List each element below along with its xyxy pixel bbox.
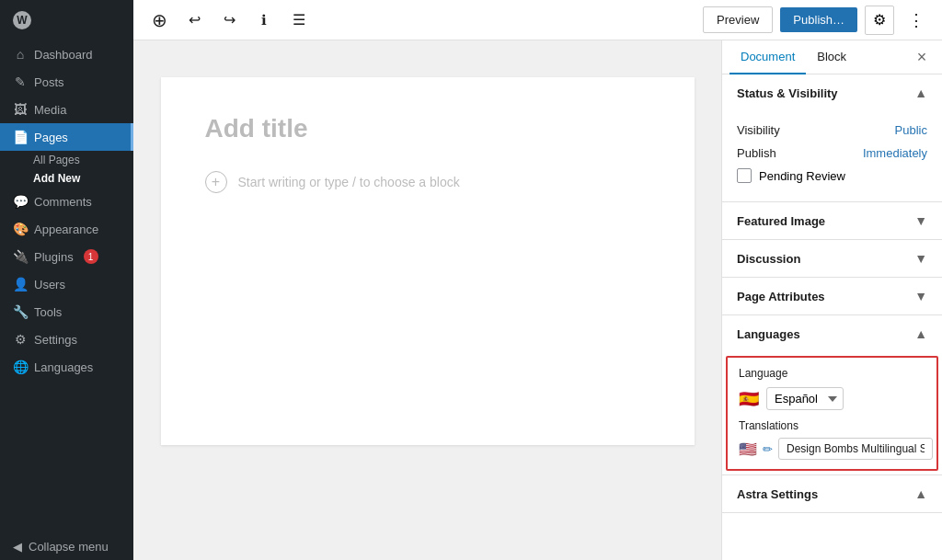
sidebar-item-label: Media xyxy=(34,103,66,117)
status-visibility-header[interactable]: Status & Visibility ▲ xyxy=(722,74,942,111)
content-area: Add title + Start writing or type / to c… xyxy=(133,40,942,560)
gear-icon: ⚙ xyxy=(873,11,886,29)
add-block-inline-button[interactable]: + xyxy=(205,171,227,193)
more-options-button[interactable]: ⋮ xyxy=(902,6,931,35)
more-icon: ⋮ xyxy=(908,10,925,30)
wp-logo-icon: W xyxy=(13,11,31,29)
discussion-section: Discussion ▼ xyxy=(722,240,942,278)
sidebar-item-posts[interactable]: ✎ Posts xyxy=(0,68,133,96)
us-flag: 🇺🇸 xyxy=(739,440,757,458)
collapse-menu[interactable]: ◀ Collapse menu xyxy=(0,533,133,560)
panel-close-button[interactable]: × xyxy=(909,44,935,70)
lang-select-row: 🇪🇸 Español English Français Deutsch xyxy=(739,387,925,410)
info-icon: ℹ xyxy=(261,12,267,29)
settings-button[interactable]: ⚙ xyxy=(865,6,894,35)
language-select[interactable]: Español English Français Deutsch xyxy=(766,387,844,410)
tools-icon: ☰ xyxy=(293,11,305,29)
add-block-button[interactable]: ⊕ xyxy=(144,6,174,35)
sidebar-item-settings[interactable]: ⚙ Settings xyxy=(0,326,133,353)
dashboard-icon: ⌂ xyxy=(13,47,28,62)
sidebar-item-label: Tools xyxy=(34,305,62,319)
sidebar-item-label: Users xyxy=(34,278,65,291)
tab-block[interactable]: Block xyxy=(806,40,857,74)
sidebar-item-languages[interactable]: 🌐 Languages xyxy=(0,353,133,381)
content-placeholder-text: Start writing or type / to choose a bloc… xyxy=(238,175,460,189)
pages-icon: 📄 xyxy=(13,130,28,144)
collapse-label: Collapse menu xyxy=(29,540,109,554)
sidebar-logo[interactable]: W xyxy=(0,0,133,40)
undo-button[interactable]: ↩ xyxy=(179,6,209,35)
sidebar-sub-add-new[interactable]: Add New xyxy=(0,169,133,188)
sidebar-item-pages[interactable]: 📄 Pages xyxy=(0,123,133,151)
pending-review-checkbox[interactable] xyxy=(737,168,752,183)
astra-settings-section: Astra Settings ▲ xyxy=(722,475,942,513)
page-attributes-title: Page Attributes xyxy=(737,290,825,303)
add-icon: ⊕ xyxy=(152,9,167,31)
publish-value[interactable]: Immediately xyxy=(863,146,927,160)
discussion-header[interactable]: Discussion ▼ xyxy=(722,240,942,277)
featured-image-title: Featured Image xyxy=(737,214,825,228)
media-icon: 🖼 xyxy=(13,102,28,117)
sidebar-item-media[interactable]: 🖼 Media xyxy=(0,96,133,123)
chevron-down-icon: ▼ xyxy=(914,289,927,303)
editor[interactable]: Add title + Start writing or type / to c… xyxy=(133,40,721,560)
collapse-icon: ◀ xyxy=(13,540,22,554)
preview-button[interactable]: Preview xyxy=(703,6,773,33)
plugins-icon: 🔌 xyxy=(13,249,28,264)
spanish-flag: 🇪🇸 xyxy=(739,389,759,409)
astra-settings-header[interactable]: Astra Settings ▲ xyxy=(722,475,942,512)
languages-accordion-section: Languages ▲ Language 🇪🇸 Español English … xyxy=(722,315,942,475)
visibility-row: Visibility Public xyxy=(737,119,927,142)
chevron-up-icon: ▲ xyxy=(914,486,927,501)
page-attributes-section: Page Attributes ▼ xyxy=(722,278,942,315)
chevron-down-icon: ▼ xyxy=(914,251,927,266)
tools-icon: 🔧 xyxy=(13,304,28,319)
featured-image-header[interactable]: Featured Image ▼ xyxy=(722,202,942,239)
info-button[interactable]: ℹ xyxy=(249,6,279,35)
sidebar-item-label: Settings xyxy=(34,333,77,347)
publish-label: Publish xyxy=(737,146,801,160)
discussion-title: Discussion xyxy=(737,252,800,266)
appearance-icon: 🎨 xyxy=(13,222,28,236)
sidebar-item-appearance[interactable]: 🎨 Appearance xyxy=(0,215,133,243)
pending-review-row: Pending Review xyxy=(737,165,927,187)
sidebar-item-comments[interactable]: 💬 Comments xyxy=(0,188,133,215)
translations-label: Translations xyxy=(739,419,925,432)
right-panel: Document Block × Status & Visibility ▲ V… xyxy=(721,40,942,560)
sidebar-item-label: Appearance xyxy=(34,223,98,236)
title-placeholder[interactable]: Add title xyxy=(205,114,650,143)
sidebar-item-label: Dashboard xyxy=(34,48,93,62)
translation-input[interactable] xyxy=(778,438,933,460)
chevron-up-icon: ▲ xyxy=(914,86,927,100)
settings-icon: ⚙ xyxy=(13,332,28,347)
toolbar: ⊕ ↩ ↪ ℹ ☰ Preview Publish… ⚙ ⋮ xyxy=(133,0,942,40)
visibility-value[interactable]: Public xyxy=(895,123,927,137)
sidebar: W ⌂ Dashboard ✎ Posts 🖼 Media 📄 Pages Al… xyxy=(0,0,133,560)
posts-icon: ✎ xyxy=(13,74,28,89)
plugins-badge: 1 xyxy=(84,249,98,264)
sidebar-item-label: Posts xyxy=(34,75,64,89)
lang-content: Language 🇪🇸 Español English Français Deu… xyxy=(728,358,936,469)
content-placeholder: + Start writing or type / to choose a bl… xyxy=(205,171,650,193)
toolbar-right: Preview Publish… ⚙ ⋮ xyxy=(703,6,931,35)
edit-translation-icon[interactable]: ✏ xyxy=(763,442,773,456)
page-attributes-header[interactable]: Page Attributes ▼ xyxy=(722,278,942,314)
visibility-label: Visibility xyxy=(737,123,801,137)
sidebar-item-plugins[interactable]: 🔌 Plugins 1 xyxy=(0,243,133,270)
language-label: Language xyxy=(739,367,925,380)
redo-button[interactable]: ↪ xyxy=(214,6,244,35)
sidebar-item-label: Pages xyxy=(34,131,68,144)
sidebar-item-users[interactable]: 👤 Users xyxy=(0,270,133,298)
sidebar-item-label: Comments xyxy=(34,195,92,209)
sidebar-sub-all-pages[interactable]: All Pages xyxy=(0,151,133,169)
sidebar-item-dashboard[interactable]: ⌂ Dashboard xyxy=(0,40,133,68)
status-visibility-title: Status & Visibility xyxy=(737,86,838,100)
main-wrapper: ⊕ ↩ ↪ ℹ ☰ Preview Publish… ⚙ ⋮ xyxy=(133,0,942,560)
featured-image-section: Featured Image ▼ xyxy=(722,202,942,240)
tab-document[interactable]: Document xyxy=(729,40,806,74)
sidebar-item-tools[interactable]: 🔧 Tools xyxy=(0,298,133,326)
publish-button[interactable]: Publish… xyxy=(780,7,857,32)
tools-button[interactable]: ☰ xyxy=(284,6,314,35)
status-visibility-section: Status & Visibility ▲ Visibility Public … xyxy=(722,74,942,202)
languages-header[interactable]: Languages ▲ xyxy=(722,315,942,352)
